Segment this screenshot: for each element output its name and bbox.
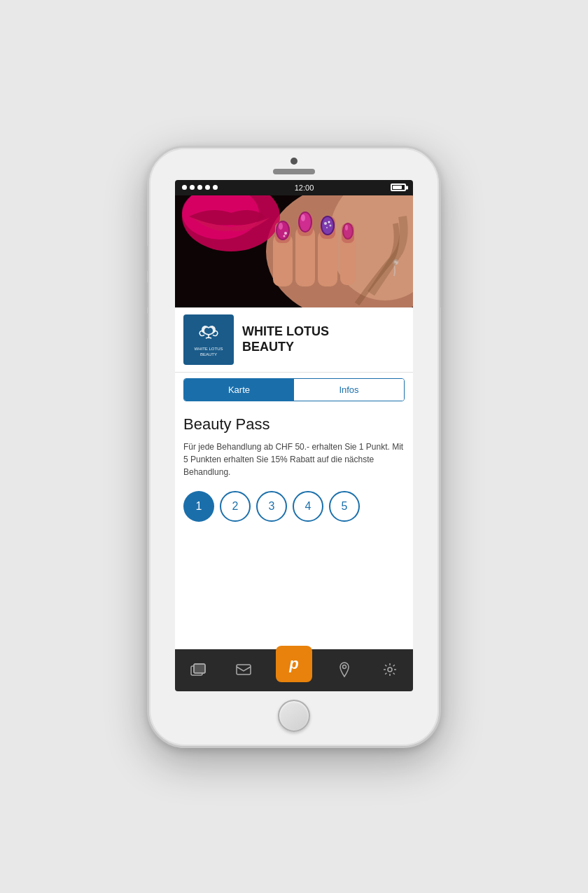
nav-settings[interactable] — [376, 656, 404, 684]
brand-name: WHITE LOTUSBEAUTY — [242, 324, 329, 354]
bottom-nav: p — [175, 649, 413, 691]
point-2: 2 — [220, 491, 251, 522]
nav-location[interactable] — [330, 656, 358, 684]
pass-description: Für jede Behandlung ab CHF 50.- erhalten… — [183, 441, 405, 478]
phone-shell: 12:00 — [147, 146, 441, 748]
brand-logo: WHITE LOTUS BEAUTY — [183, 314, 234, 365]
tabs-bar: Karte Infos — [183, 378, 405, 401]
svg-point-23 — [330, 224, 332, 226]
nav-mail[interactable] — [230, 656, 258, 684]
svg-point-11 — [284, 235, 286, 237]
point-4: 4 — [293, 491, 323, 522]
home-button[interactable] — [278, 700, 310, 732]
point-5: 5 — [329, 491, 360, 522]
svg-point-10 — [284, 232, 287, 235]
passbook-p-icon: p — [289, 655, 298, 673]
phone-top — [149, 148, 439, 180]
svg-rect-35 — [237, 665, 251, 674]
svg-point-9 — [279, 223, 283, 230]
svg-point-21 — [324, 222, 327, 225]
points-row: 1 2 3 4 5 — [183, 491, 405, 522]
tab-karte[interactable]: Karte — [184, 379, 294, 401]
svg-point-22 — [328, 221, 330, 223]
screen: 12:00 — [175, 180, 413, 691]
hero-image — [175, 195, 413, 307]
svg-rect-33 — [194, 664, 205, 673]
phone-bottom — [278, 691, 310, 746]
pass-title: Beauty Pass — [183, 415, 405, 434]
svg-point-37 — [388, 667, 392, 672]
nav-cards[interactable] — [184, 656, 212, 684]
point-1: 1 — [183, 491, 214, 522]
brand-section: WHITE LOTUS BEAUTY WHITE LOTUSBEAUTY — [175, 307, 413, 373]
content-area: Beauty Pass Für jede Behandlung ab CHF 5… — [175, 407, 413, 649]
svg-point-16 — [301, 214, 305, 221]
svg-rect-25 — [340, 236, 356, 285]
status-bar: 12:00 — [175, 180, 413, 195]
point-3: 3 — [256, 491, 287, 522]
svg-point-28 — [344, 224, 352, 238]
battery-indicator — [391, 184, 406, 191]
signal-dots — [182, 185, 218, 190]
svg-point-36 — [342, 665, 346, 668]
front-camera — [290, 158, 298, 165]
nav-passbook-center[interactable]: p — [276, 646, 312, 682]
brand-logo-text: WHITE LOTUS BEAUTY — [188, 347, 230, 356]
svg-point-24 — [326, 227, 328, 228]
tab-infos[interactable]: Infos — [294, 379, 404, 401]
speaker-ear — [273, 169, 315, 174]
svg-point-29 — [345, 225, 348, 230]
svg-point-15 — [300, 213, 311, 231]
status-time: 12:00 — [295, 184, 314, 192]
svg-point-20 — [322, 217, 333, 234]
